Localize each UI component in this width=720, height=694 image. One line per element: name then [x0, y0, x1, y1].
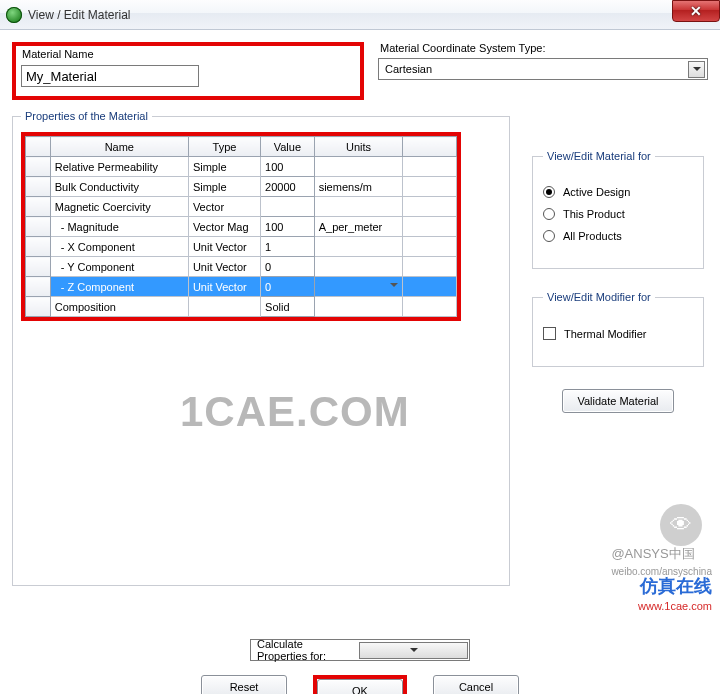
- material-name-input[interactable]: [21, 65, 199, 87]
- grid-header-row: Name Type Value Units: [26, 137, 457, 157]
- radio-icon: [543, 186, 555, 198]
- table-row[interactable]: - X ComponentUnit Vector1: [26, 237, 457, 257]
- row-header: [26, 177, 51, 197]
- watermark-logo: 👁: [660, 504, 702, 546]
- cell-extra: [403, 257, 457, 277]
- cell-type[interactable]: Unit Vector: [188, 237, 260, 257]
- cell-extra: [403, 177, 457, 197]
- radio-option[interactable]: All Products: [543, 230, 693, 242]
- properties-fieldset: Properties of the Material Name Type Val…: [12, 110, 510, 586]
- checkbox-icon: [543, 327, 556, 340]
- watermark: www.1cae.com: [638, 600, 712, 612]
- table-row[interactable]: Magnetic CoercivityVector: [26, 197, 457, 217]
- cell-type[interactable]: [188, 297, 260, 317]
- cell-type[interactable]: Unit Vector: [188, 277, 260, 297]
- cell-value[interactable]: Solid: [261, 297, 315, 317]
- cell-type[interactable]: Simple: [188, 177, 260, 197]
- thermal-modifier-check[interactable]: Thermal Modifier: [543, 327, 693, 340]
- table-row[interactable]: CompositionSolid: [26, 297, 457, 317]
- cell-extra: [403, 197, 457, 217]
- row-header-corner: [26, 137, 51, 157]
- ok-button[interactable]: OK: [317, 679, 403, 694]
- cell-name[interactable]: Bulk Conductivity: [50, 177, 188, 197]
- properties-legend: Properties of the Material: [21, 110, 152, 122]
- modifier-fieldset: View/Edit Modifier for Thermal Modifier: [532, 291, 704, 367]
- cell-extra: [403, 297, 457, 317]
- material-name-label: Material Name: [22, 48, 356, 60]
- titlebar: View / Edit Material ✕: [0, 0, 720, 30]
- cell-name[interactable]: Magnetic Coercivity: [50, 197, 188, 217]
- material-name-group: Material Name: [12, 42, 364, 100]
- row-header: [26, 297, 51, 317]
- cell-units[interactable]: [314, 257, 403, 277]
- cell-name[interactable]: - X Component: [50, 237, 188, 257]
- thermal-modifier-label: Thermal Modifier: [564, 328, 647, 340]
- cell-value[interactable]: 0: [261, 257, 315, 277]
- cell-units[interactable]: [314, 237, 403, 257]
- table-row[interactable]: - Z ComponentUnit Vector0: [26, 277, 457, 297]
- radio-option[interactable]: Active Design: [543, 186, 693, 198]
- coord-value: Cartesian: [385, 63, 432, 75]
- cell-name[interactable]: Composition: [50, 297, 188, 317]
- cell-name[interactable]: - Y Component: [50, 257, 188, 277]
- cell-type[interactable]: Vector: [188, 197, 260, 217]
- row-header: [26, 277, 51, 297]
- row-header: [26, 197, 51, 217]
- cell-value[interactable]: 0: [261, 277, 315, 297]
- cell-units[interactable]: [314, 297, 403, 317]
- watermark: @ANSYS中国 weibo.com/ansyschina: [611, 545, 712, 578]
- cell-units[interactable]: [314, 277, 403, 297]
- cell-extra: [403, 237, 457, 257]
- cancel-button[interactable]: Cancel: [433, 675, 519, 694]
- calc-properties-label: Calculate Properties for:: [251, 638, 358, 662]
- properties-grid[interactable]: Name Type Value Units Relative Permeabil…: [21, 132, 461, 321]
- view-for-fieldset: View/Edit Material for Active DesignThis…: [532, 150, 704, 269]
- cell-units[interactable]: siemens/m: [314, 177, 403, 197]
- table-row[interactable]: - Y ComponentUnit Vector0: [26, 257, 457, 277]
- cell-extra: [403, 217, 457, 237]
- reset-button[interactable]: Reset: [201, 675, 287, 694]
- row-header: [26, 157, 51, 177]
- cell-name[interactable]: - Z Component: [50, 277, 188, 297]
- cell-value[interactable]: [261, 197, 315, 217]
- radio-label: This Product: [563, 208, 625, 220]
- cell-type[interactable]: Unit Vector: [188, 257, 260, 277]
- cell-value[interactable]: 20000: [261, 177, 315, 197]
- close-icon: ✕: [690, 3, 702, 19]
- view-for-legend: View/Edit Material for: [543, 150, 655, 162]
- table-row[interactable]: Relative PermeabilitySimple100: [26, 157, 457, 177]
- radio-option[interactable]: This Product: [543, 208, 693, 220]
- coord-combo[interactable]: Cartesian: [378, 58, 708, 80]
- cell-value[interactable]: 100: [261, 217, 315, 237]
- cell-units[interactable]: A_per_meter: [314, 217, 403, 237]
- row-header: [26, 257, 51, 277]
- col-name[interactable]: Name: [50, 137, 188, 157]
- col-type[interactable]: Type: [188, 137, 260, 157]
- radio-icon: [543, 208, 555, 220]
- modifier-legend: View/Edit Modifier for: [543, 291, 655, 303]
- close-button[interactable]: ✕: [672, 0, 720, 22]
- table-row[interactable]: - MagnitudeVector Mag100A_per_meter: [26, 217, 457, 237]
- chevron-down-icon: [359, 642, 468, 659]
- cell-name[interactable]: - Magnitude: [50, 217, 188, 237]
- cell-units[interactable]: [314, 157, 403, 177]
- table-row[interactable]: Bulk ConductivitySimple20000siemens/m: [26, 177, 457, 197]
- radio-label: All Products: [563, 230, 622, 242]
- col-units[interactable]: Units: [314, 137, 403, 157]
- cell-value[interactable]: 1: [261, 237, 315, 257]
- radio-label: Active Design: [563, 186, 630, 198]
- cell-value[interactable]: 100: [261, 157, 315, 177]
- coord-label: Material Coordinate System Type:: [380, 42, 708, 54]
- cell-type[interactable]: Vector Mag: [188, 217, 260, 237]
- validate-button[interactable]: Validate Material: [562, 389, 673, 413]
- cell-type[interactable]: Simple: [188, 157, 260, 177]
- cell-units[interactable]: [314, 197, 403, 217]
- col-value[interactable]: Value: [261, 137, 315, 157]
- calc-properties-combo[interactable]: Calculate Properties for:: [250, 639, 470, 661]
- cell-extra: [403, 157, 457, 177]
- col-blank: [403, 137, 457, 157]
- row-header: [26, 217, 51, 237]
- cell-extra: [403, 277, 457, 297]
- app-icon: [6, 7, 22, 23]
- cell-name[interactable]: Relative Permeability: [50, 157, 188, 177]
